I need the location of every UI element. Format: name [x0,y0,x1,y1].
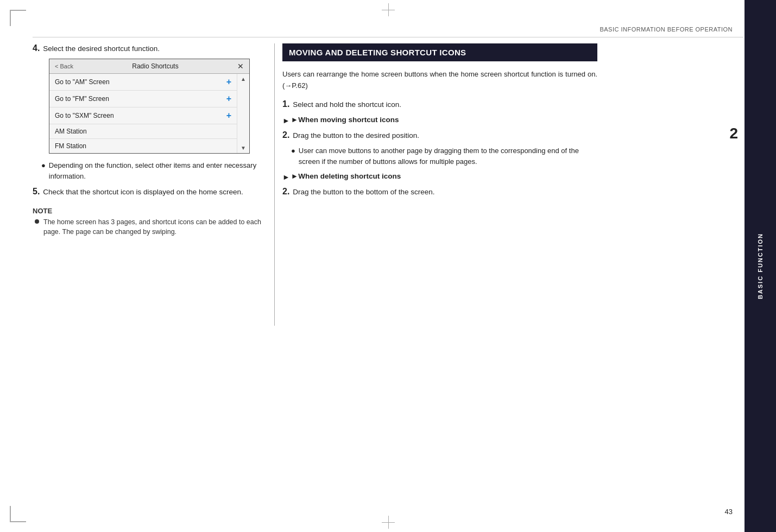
bullet-move-text: User can move buttons to another page by… [299,145,597,167]
bullet-function: ● Depending on the function, select othe… [41,160,266,181]
when-deleting-label: ►When deleting shortcut icons [291,172,401,180]
ui-row-am: Go to "AM" Screen + [49,74,237,91]
right-sidebar: BASIC FUNCTION [745,0,776,532]
note-bullet-1 [35,219,39,224]
step-2-delete-number: 2. [282,187,289,197]
bullet-function-text: Depending on the function, select other … [49,160,266,181]
step-5: 5. Check that the shortcut icon is displ… [33,187,266,198]
note-section: NOTE The home screen has 3 pages, and sh… [33,207,266,238]
page-number: 43 [725,508,733,516]
arrow-moving-icon: ► [282,116,290,125]
ui-row-am-station: AM Station [49,124,237,139]
ui-row-fm-station-label: FM Station [55,142,86,150]
bullet-dot-1: ● [41,160,46,171]
bullet-move: ● User can move buttons to another page … [291,145,597,167]
step-2-delete-text: Drag the button to the bottom of the scr… [293,187,434,198]
ui-close-button[interactable]: ✕ [237,62,244,71]
crosshair-top [382,3,395,16]
ui-row-sxm-label: Go to "SXM" Screen [55,112,114,119]
ui-row-am-add[interactable]: + [226,77,231,87]
when-moving-label: ►When moving shortcut icons [291,116,399,124]
ui-scrollbar: ▲ ▼ [237,74,249,153]
ui-row-fm-label: Go to "FM" Screen [55,95,109,103]
corner-bracket-bl [10,506,26,522]
crosshair-bottom [382,516,395,529]
main-content: 4. Select the desired shortcut function.… [33,43,738,499]
ui-row-fm: Go to "FM" Screen + [49,91,237,107]
step-4-text: Select the desired shortcut function. [43,43,160,54]
sidebar-label: BASIC FUNCTION [757,233,764,299]
step-1-right-number: 1. [282,99,289,109]
step-4-number: 4. [33,43,40,53]
step-2-move-number: 2. [282,130,289,140]
step-2-move: 2. Drag the button to the desired positi… [282,130,597,141]
ui-row-fm-add[interactable]: + [226,94,231,104]
ui-mockup: < Back Radio Shortcuts ✕ Go to "AM" Scre… [49,59,250,154]
scroll-down-icon[interactable]: ▼ [241,145,246,151]
ui-body: Go to "AM" Screen + Go to "FM" Screen + … [49,74,249,153]
arrow-deleting-icon: ► [282,173,290,181]
header-text: BASIC INFORMATION BEFORE OPERATION [600,26,733,33]
bullet-dot-move: ● [291,145,295,156]
section-header: MOVING AND DELETING SHORTCUT ICONS [282,43,597,61]
step-5-text: Check that the shortcut icon is displaye… [43,187,243,198]
column-divider [274,43,275,326]
note-title: NOTE [33,207,266,215]
right-column: MOVING AND DELETING SHORTCUT ICONS Users… [282,43,597,202]
corner-bracket-tl [10,10,26,26]
step-5-number: 5. [33,187,40,197]
step-1-right-text: Select and hold the shortcut icon. [293,99,401,110]
note-item-1-text: The home screen has 3 pages, and shortcu… [43,217,266,238]
ui-row-am-station-label: AM Station [55,128,87,135]
step-1-right: 1. Select and hold the shortcut icon. [282,99,597,110]
ui-row-am-label: Go to "AM" Screen [55,78,110,86]
ui-rows-container: Go to "AM" Screen + Go to "FM" Screen + … [49,74,237,153]
ui-title: Radio Shortcuts [132,62,178,70]
header-line [33,37,743,37]
when-deleting-header: ► ►When deleting shortcut icons [282,172,597,181]
step-2-move-text: Drag the button to the desired position. [293,130,419,141]
left-column: 4. Select the desired shortcut function.… [33,43,266,239]
step-4: 4. Select the desired shortcut function. [33,43,266,54]
step-2-delete: 2. Drag the button to the bottom of the … [282,187,597,198]
note-item-1: The home screen has 3 pages, and shortcu… [35,217,266,238]
ui-row-sxm-add[interactable]: + [226,111,231,121]
ui-row-sxm: Go to "SXM" Screen + [49,107,237,124]
section-intro: Users can rearrange the home screen butt… [282,69,597,92]
scroll-up-icon[interactable]: ▲ [241,76,246,82]
ui-row-fm-station: FM Station [49,139,237,153]
ui-back-button[interactable]: < Back [55,63,73,69]
ui-header: < Back Radio Shortcuts ✕ [49,59,249,74]
when-moving-header: ► ►When moving shortcut icons [282,116,597,125]
